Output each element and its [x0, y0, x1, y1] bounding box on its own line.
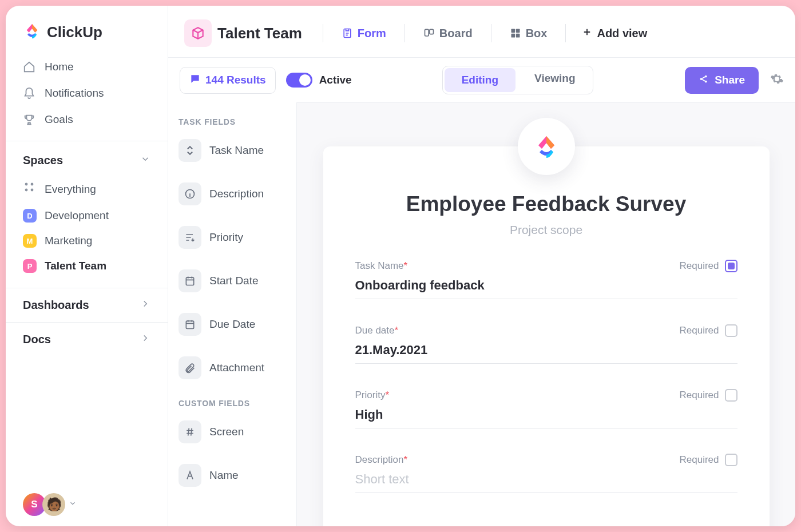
field-label: Description*: [355, 454, 408, 466]
form-field[interactable]: Due date*Required21.May.2021: [355, 324, 737, 364]
user-menu[interactable]: S 🧑🏾: [23, 493, 77, 516]
field-value[interactable]: High: [355, 407, 737, 428]
required-checkbox[interactable]: [725, 389, 737, 402]
field-value[interactable]: 21.May.2021: [355, 343, 737, 364]
add-view[interactable]: Add view: [576, 23, 653, 43]
space-badge: P: [23, 259, 37, 273]
svg-rect-10: [516, 34, 520, 38]
space-marketing[interactable]: M Marketing: [6, 228, 168, 253]
form-logo[interactable]: [518, 118, 575, 175]
topbar: Talent Team Form Board Box Add view: [168, 6, 795, 58]
results-label: 144 Results: [205, 74, 266, 86]
space-label: Marketing: [45, 235, 92, 247]
results-pill[interactable]: 144 Results: [180, 67, 276, 94]
chat-icon: [189, 73, 201, 88]
form-card: Employee Feedback Survey Project scope T…: [323, 146, 770, 526]
field-label: Task Name: [209, 144, 264, 157]
spaces-header-label: Spaces: [23, 154, 63, 167]
field-label: Description: [209, 188, 264, 200]
form-title[interactable]: Employee Feedback Survey: [355, 192, 737, 216]
svg-point-1: [31, 183, 34, 186]
svg-point-2: [25, 189, 28, 192]
task-fields-header: TASK FIELDS: [176, 114, 288, 134]
field-value[interactable]: Onboarding feedback: [355, 278, 737, 299]
form-field[interactable]: Task Name*RequiredOnboarding feedback: [355, 260, 737, 299]
nav-docs[interactable]: Docs: [6, 322, 168, 356]
chevron-down-icon: [140, 154, 150, 167]
hash-icon: [179, 420, 201, 443]
nav-goals[interactable]: Goals: [17, 106, 156, 133]
space-badge: D: [23, 209, 37, 223]
space-title: Talent Team: [217, 25, 302, 42]
form-icon: [342, 27, 353, 39]
view-board[interactable]: Board: [415, 23, 481, 43]
share-label: Share: [715, 74, 745, 86]
brand-logo[interactable]: ClickUp: [6, 6, 168, 54]
info-icon: [179, 182, 201, 205]
main: Talent Team Form Board Box Add view: [168, 6, 795, 526]
required-label: Required: [680, 390, 719, 401]
field-label: Start Date: [209, 275, 259, 287]
field-label: Priority: [209, 231, 243, 244]
field-priority[interactable]: Priority: [176, 221, 288, 253]
mode-segment: Editing Viewing: [442, 66, 593, 94]
view-board-label: Board: [439, 27, 473, 40]
form-field[interactable]: Description*RequiredShort text: [355, 454, 737, 493]
field-value[interactable]: Short text: [355, 472, 737, 493]
divider: [323, 24, 323, 42]
mode-editing[interactable]: Editing: [445, 68, 516, 92]
mode-viewing[interactable]: Viewing: [517, 66, 592, 94]
field-start-date[interactable]: Start Date: [176, 265, 288, 297]
chevron-down-icon: [69, 499, 77, 510]
controls-bar: 144 Results Active Editing Viewing Share: [168, 58, 795, 102]
fields-panel: TASK FIELDS Task Name Description Priori…: [168, 102, 297, 526]
field-due-date[interactable]: Due Date: [176, 308, 288, 340]
svg-rect-8: [516, 29, 520, 33]
divider: [491, 24, 491, 42]
nav-notifications-label: Notifications: [45, 87, 104, 100]
custom-fields-header: CUSTOM FIELDS: [176, 395, 288, 416]
view-form[interactable]: Form: [334, 23, 394, 43]
required-checkbox[interactable]: [725, 260, 737, 272]
calendar-icon: [179, 313, 201, 336]
sidebar: ClickUp Home Notifications Goals Spaces …: [6, 6, 168, 526]
share-icon: [699, 74, 709, 87]
view-form-label: Form: [358, 27, 386, 40]
required-checkbox[interactable]: [725, 324, 737, 337]
settings-button[interactable]: [770, 72, 784, 88]
field-name[interactable]: Name: [176, 459, 288, 491]
field-description[interactable]: Description: [176, 178, 288, 210]
nav-home-label: Home: [45, 61, 74, 73]
space-talent-team[interactable]: P Talent Team: [6, 253, 168, 279]
plus-icon: [582, 27, 592, 40]
required-label: Required: [680, 260, 719, 272]
spaces-toggle[interactable]: Spaces: [6, 141, 168, 175]
expand-icon: [179, 139, 201, 162]
chevron-right-icon: [140, 299, 150, 312]
active-toggle[interactable]: [286, 73, 312, 88]
required-checkbox[interactable]: [725, 454, 737, 466]
brand-name: ClickUp: [47, 23, 102, 41]
field-screen[interactable]: Screen: [176, 416, 288, 448]
clickup-logo-icon: [23, 22, 41, 42]
sort-icon: [179, 226, 201, 249]
view-box[interactable]: Box: [502, 23, 556, 43]
avatar: 🧑🏾: [42, 493, 65, 516]
svg-rect-16: [186, 321, 193, 328]
svg-rect-9: [511, 34, 515, 38]
space-everything[interactable]: Everything: [6, 175, 168, 203]
field-label: Attachment: [209, 362, 264, 374]
form-field[interactable]: Priority*RequiredHigh: [355, 389, 737, 428]
form-subtitle[interactable]: Project scope: [355, 223, 737, 237]
field-label: Name: [209, 469, 239, 482]
share-button[interactable]: Share: [685, 67, 759, 94]
board-icon: [423, 27, 435, 39]
nav-home[interactable]: Home: [17, 54, 156, 80]
space-development[interactable]: D Development: [6, 203, 168, 228]
field-task-name[interactable]: Task Name: [176, 134, 288, 166]
nav-dashboards[interactable]: Dashboards: [6, 288, 168, 322]
nav-notifications[interactable]: Notifications: [17, 80, 156, 106]
field-attachment[interactable]: Attachment: [176, 352, 288, 384]
space-icon[interactable]: [184, 19, 212, 47]
bell-icon: [23, 87, 35, 100]
